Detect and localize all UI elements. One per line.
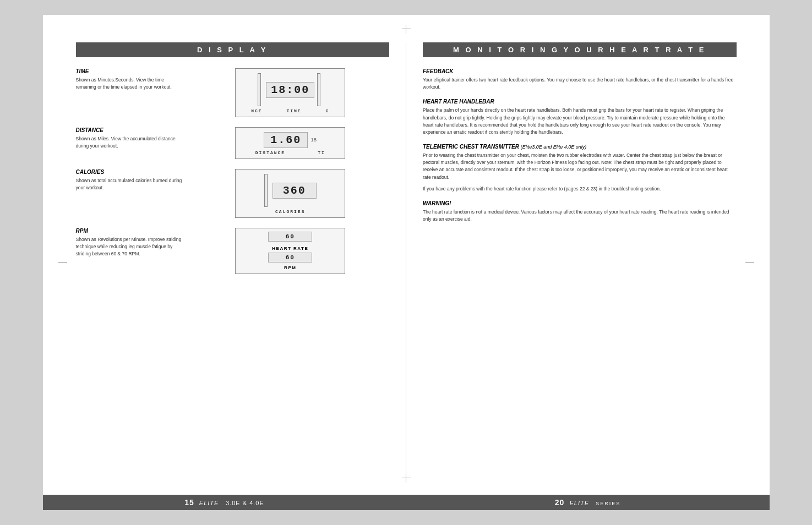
calories-text: CALORIES Shown as total accumulated calo… (76, 169, 192, 192)
calories-description: Shown as total accumulated calories burn… (76, 177, 183, 192)
distance-text: DISTANCE Shown as Miles. View the accumu… (76, 127, 192, 150)
calories-label1: CALORIES (275, 209, 305, 214)
rpm-text: RPM Shown as Revolutions per Minute. Imp… (76, 228, 192, 257)
time-lcd-row: 18:00 (239, 73, 341, 106)
rpm-lcd: 60 HEART RATE 60 RPM (235, 228, 345, 274)
time-value: 18:00 (266, 82, 314, 98)
section-feedback: FEEDBACK Your elliptical trainer offers … (423, 68, 737, 91)
telemetric-title-main: TELEMETRIC CHEST TRANSMITTER (423, 144, 519, 150)
calories-display: 360 CALORIES (192, 169, 390, 218)
tick-right (745, 262, 754, 263)
time-bar2 (317, 73, 320, 106)
display-item-calories: CALORIES Shown as total accumulated calo… (76, 169, 390, 218)
right-page-number: 20 (555, 498, 565, 507)
warning-title: WARNING! (423, 200, 737, 206)
calories-title: CALORIES (76, 169, 183, 175)
rpm-value: 60 (268, 253, 312, 262)
section-handlebar: HEART RATE HANDLEBAR Place the palm of y… (423, 99, 737, 136)
calories-label-row: CALORIES (239, 209, 341, 214)
time-display: 18:00 NCE TIME C (192, 68, 390, 117)
left-page-number: 15 (184, 498, 194, 507)
time-title: TIME (76, 68, 183, 74)
section-telemetric: TELEMETRIC CHEST TRANSMITTER (Elite3.0E … (423, 144, 737, 193)
left-brand: ELITE (199, 500, 219, 506)
footer-right: 20 ELITE SERIES (406, 495, 770, 510)
tick-left (58, 262, 67, 263)
display-header: D I S P L A Y (76, 42, 390, 57)
crosshair-bottom-center (402, 474, 411, 483)
monitoring-header: M O N I T O R I N G Y O U R H E A R T R … (423, 42, 737, 57)
handlebar-body: Place the palm of your hands directly on… (423, 107, 737, 136)
distance-label2: TI (318, 150, 325, 155)
rpm-display: 60 HEART RATE 60 RPM (192, 228, 390, 274)
distance-value: 1.60 (264, 132, 308, 148)
time-lcd: 18:00 NCE TIME C (235, 68, 345, 117)
distance-side: 18 (310, 138, 317, 143)
time-label2: TIME (286, 108, 301, 113)
distance-title: DISTANCE (76, 127, 183, 133)
footer-left-text: 15 ELITE 3.0E & 4.0E (184, 498, 264, 507)
display-item-rpm: RPM Shown as Revolutions per Minute. Imp… (76, 228, 390, 274)
distance-description: Shown as Miles. View the accumulated dis… (76, 135, 183, 150)
time-label-row: NCE TIME C (239, 108, 341, 113)
telemetric-body: Prior to wearing the chest transmitter o… (423, 152, 737, 181)
rpm-bottom: 60 (268, 253, 312, 262)
rpm-description: Shown as Revolutions per Minute. Improve… (76, 236, 183, 257)
content-area: D I S P L A Y TIME Shown as Minutes:Seco… (43, 15, 770, 495)
handlebar-title: HEART RATE HANDLEBAR (423, 99, 737, 105)
calories-value: 360 (273, 183, 317, 199)
footer-left: 15 ELITE 3.0E & 4.0E (43, 495, 406, 510)
right-section: M O N I T O R I N G Y O U R H E A R T R … (406, 42, 737, 478)
section-warning: WARNING! The heart rate function is not … (423, 200, 737, 223)
page: D I S P L A Y TIME Shown as Minutes:Seco… (43, 15, 770, 510)
left-series-text: 3.0E & 4.0E (226, 500, 264, 506)
time-description: Shown as Minutes:Seconds. View the time … (76, 76, 183, 91)
footer-bar: 15 ELITE 3.0E & 4.0E 20 ELITE SERIES (43, 495, 770, 510)
calories-bar (264, 174, 268, 207)
feedback-body: Your elliptical trainer offers two heart… (423, 76, 737, 91)
footer-right-text: 20 ELITE SERIES (555, 498, 620, 507)
left-section: D I S P L A Y TIME Shown as Minutes:Seco… (76, 42, 406, 478)
distance-display: 1.60 18 DISTANCE TI (192, 127, 390, 159)
right-series: SERIES (596, 501, 620, 506)
heart-rate-value: 60 (268, 232, 312, 242)
time-bar (258, 73, 261, 106)
left-series (221, 501, 224, 506)
right-brand: ELITE (569, 500, 589, 506)
display-item-distance: DISTANCE Shown as Miles. View the accumu… (76, 127, 390, 159)
distance-label-row: DISTANCE TI (239, 150, 341, 155)
calories-lcd: 360 CALORIES (235, 169, 345, 218)
feedback-title: FEEDBACK (423, 68, 737, 74)
warning-body: The heart rate function is not a medical… (423, 209, 737, 223)
telemetric-extra: If you have any problems with the heart … (423, 185, 737, 193)
rpm-title: RPM (76, 228, 183, 234)
calories-lcd-row: 360 (239, 174, 341, 207)
telemetric-title-sub: (Elite3.0E and Elite 4.0E only) (521, 144, 587, 150)
heart-rate-label: HEART RATE (272, 246, 308, 251)
rpm-label: RPM (284, 265, 296, 270)
distance-lcd: 1.60 18 DISTANCE TI (235, 127, 345, 159)
time-label1: NCE (251, 108, 262, 113)
telemetric-title: TELEMETRIC CHEST TRANSMITTER (Elite3.0E … (423, 144, 737, 150)
display-item-time: TIME Shown as Minutes:Seconds. View the … (76, 68, 390, 117)
time-text: TIME Shown as Minutes:Seconds. View the … (76, 68, 192, 91)
distance-label1: DISTANCE (255, 150, 285, 155)
time-label3: C (326, 108, 330, 113)
page-wrapper: D I S P L A Y TIME Shown as Minutes:Seco… (0, 0, 812, 525)
distance-lcd-row: 1.60 18 (239, 132, 341, 148)
crosshair-top-center (402, 25, 411, 34)
heart-rate-display: 60 (268, 232, 312, 242)
right-content: FEEDBACK Your elliptical trainer offers … (423, 68, 737, 478)
